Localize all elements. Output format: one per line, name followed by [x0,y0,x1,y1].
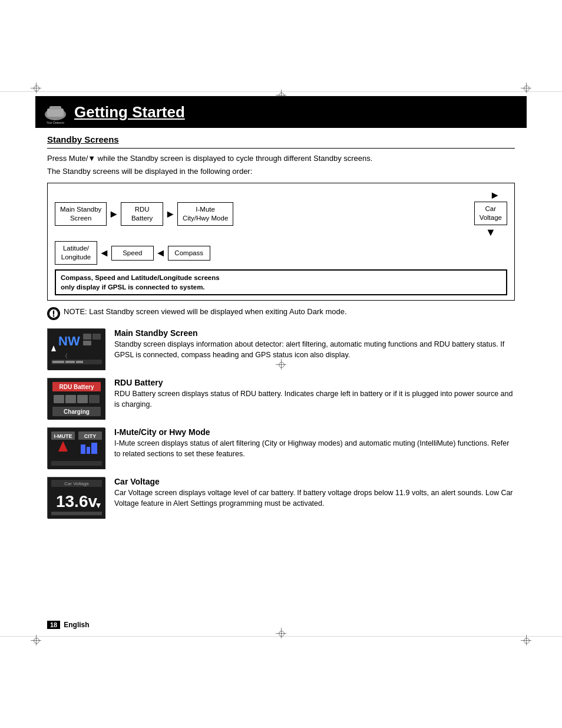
intro-para1: Press Mute/▼ while the Standby screen is… [47,153,515,164]
thumb-rdu: RDU Battery Charging [47,378,105,419]
arrow-right-1: ► [108,208,119,220]
screen-title-main-standby: Main Standby Screen [114,328,515,338]
flow-box-imute: I-MuteCity/Hwy Mode [177,202,233,226]
screen-item-car: Car Voltage 13.6v Car Voltage Car Voltag… [47,477,515,518]
svg-text:I-MUTE: I-MUTE [54,433,72,439]
screen-info-car: Car Voltage Car Voltage screen displays … [114,477,515,509]
trim-line-top [0,91,562,92]
note-text: NOTE: Last Standby screen viewed will be… [64,307,347,317]
gps-note: Compass, Speed and Latitude/Longitude sc… [55,269,507,295]
svg-text:CITY: CITY [84,433,97,439]
flow-box-lat: Latitude/Longitude [55,241,97,265]
main-content: Standby Screens Press Mute/▼ while the S… [47,134,515,518]
svg-text:RDU Battery: RDU Battery [59,384,94,390]
note-icon [47,307,60,320]
svg-text:Your Detector: Your Detector [47,121,65,124]
svg-rect-2 [49,106,61,110]
arrow-right-2: ► [165,208,176,220]
screen-info-main-standby: Main Standby Screen Standby screen displ… [114,328,515,360]
page-number: 18 [47,621,60,629]
flow-box-compass: Compass [168,246,210,261]
screen-title-rdu: RDU Battery [114,378,515,387]
screen-desc-car: Car Voltage screen displays voltage leve… [114,488,515,509]
screen-item-rdu: RDU Battery Charging RDU Battery RDU Bat… [47,378,515,419]
intro-para2: The Standby screens will be displayed in… [47,166,515,177]
svg-rect-42 [51,512,102,515]
svg-point-6 [53,315,55,317]
svg-text:Charging: Charging [64,409,90,415]
svg-rect-23 [77,395,88,403]
screen-title-car: Car Voltage [114,477,515,486]
flow-box-main-standby: Main StandbyScreen [55,202,107,226]
header-title: Getting Started [74,103,185,121]
arrow-right-3: ► [490,189,500,202]
header-bar: Your Detector Getting Started [35,96,527,128]
section-divider [47,148,515,149]
svg-rect-1 [47,108,64,117]
svg-rect-21 [54,395,64,403]
svg-rect-33 [81,444,85,454]
arrow-left-2: ◄ [156,247,166,259]
screen-title-imute: I-Mute/City or Hwy Mode [114,427,515,437]
svg-rect-22 [65,395,76,403]
note-block: NOTE: Last Standby screen viewed will be… [47,307,515,320]
flow-box-car: CarVoltage [474,202,507,225]
thumb-main-standby: NW 〈 [47,328,105,370]
screen-info-rdu: RDU Battery RDU Battery screen displays … [114,378,515,410]
thumb-imute: I-MUTE CITY [47,427,105,469]
svg-rect-36 [51,461,102,466]
flow-diagram: Main StandbyScreen ► RDUBattery ► I-Mute… [47,183,515,301]
screen-desc-imute: I-Mute screen displays status of alert f… [114,439,515,459]
svg-text:〈: 〈 [65,353,67,358]
screen-desc-rdu: RDU Battery screen displays status of RD… [114,389,515,410]
screen-item-imute: I-MUTE CITY I-Mute/City or Hwy Mode I-Mu… [47,427,515,469]
screen-info-imute: I-Mute/City or Hwy Mode I-Mute screen di… [114,427,515,459]
arrow-left-1: ◄ [99,247,110,259]
svg-text:NW: NW [58,334,80,348]
svg-rect-13 [83,341,91,345]
svg-text:Car Voltage: Car Voltage [64,481,89,486]
screen-item-main-standby: NW 〈 Main Standby Screen [47,328,515,370]
svg-rect-16 [65,361,75,363]
screen-items-list: NW 〈 Main Standby Screen [47,328,515,518]
svg-rect-11 [83,334,91,340]
svg-rect-12 [92,334,101,340]
svg-rect-24 [89,395,100,403]
svg-rect-34 [87,447,90,454]
page-footer: 18 English [47,621,90,629]
thumb-car: Car Voltage 13.6v [47,477,105,518]
flow-box-rdu: RDUBattery [121,202,163,226]
section-title: Standby Screens [47,134,515,144]
svg-rect-35 [91,443,97,454]
screen-desc-main-standby: Standby screen displays information abou… [114,340,515,360]
svg-rect-15 [52,361,64,363]
detector-icon: Your Detector [41,98,70,126]
svg-text:13.6v: 13.6v [56,492,97,510]
trim-line-bottom [0,636,562,637]
flow-box-speed: Speed [111,246,154,261]
arrow-down: ▼ [485,226,496,239]
page-language: English [64,621,89,629]
svg-rect-17 [76,361,83,363]
